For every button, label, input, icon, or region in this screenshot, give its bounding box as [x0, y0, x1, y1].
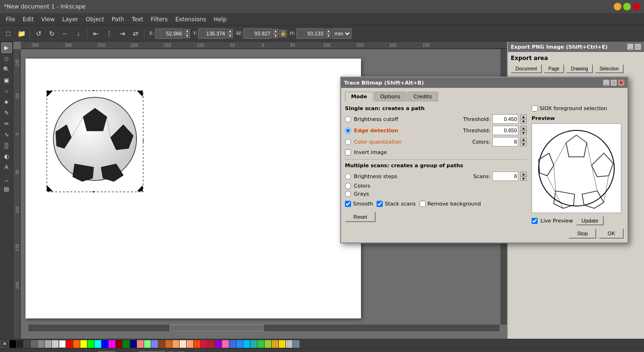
grays-radio[interactable]	[345, 191, 351, 197]
star-tool[interactable]: ★	[1, 97, 12, 107]
swatch-salmon[interactable]	[187, 340, 193, 348]
menu-extensions[interactable]: Extensions	[172, 15, 210, 24]
h-input[interactable]	[296, 28, 325, 39]
unit-select[interactable]: mm px in	[332, 28, 352, 39]
smooth-checkbox[interactable]	[345, 201, 351, 207]
lock-aspect-button[interactable]: 🔒	[279, 30, 287, 37]
swatch-magenta[interactable]	[109, 340, 115, 348]
swatch-yellow[interactable]	[80, 340, 87, 348]
w-up[interactable]: ▲	[273, 29, 278, 34]
w-input[interactable]	[243, 28, 272, 39]
menu-path[interactable]: Path	[108, 15, 128, 24]
swatch-gray1[interactable]	[24, 340, 30, 348]
swatch-limegreen[interactable]	[258, 340, 264, 348]
swatch-silver2[interactable]	[286, 340, 292, 348]
h-up[interactable]: ▲	[326, 29, 331, 34]
forward-button[interactable]: ↓	[72, 27, 85, 40]
update-button[interactable]: Update	[576, 216, 604, 225]
menu-layer[interactable]: Layer	[59, 15, 82, 24]
swatch-black[interactable]	[9, 340, 16, 348]
export-page-btn[interactable]: Page	[544, 64, 564, 73]
color-quant-radio[interactable]	[345, 139, 351, 145]
h-scrollbar[interactable]	[28, 325, 499, 331]
swatch-bisque[interactable]	[180, 340, 186, 348]
menu-text[interactable]: Text	[128, 15, 147, 24]
swatch-blue[interactable]	[102, 340, 108, 348]
swatch-yellowgreen[interactable]	[265, 340, 271, 348]
swatch-white[interactable]	[59, 340, 66, 348]
swatch-darkgray[interactable]	[17, 340, 23, 348]
trace-minimize[interactable]: _	[603, 79, 610, 86]
export-maximize[interactable]: □	[635, 43, 641, 50]
w-down[interactable]: ▼	[273, 34, 278, 38]
node-tool[interactable]: ◇	[1, 53, 12, 64]
open-button[interactable]: 📁	[15, 27, 27, 40]
swatch-cyan[interactable]	[94, 340, 101, 348]
edge-up[interactable]: ▲	[520, 126, 527, 130]
edge-radio[interactable]	[345, 128, 351, 134]
text-tool[interactable]: A	[1, 162, 12, 172]
h-down[interactable]: ▼	[326, 34, 331, 38]
swatch-lightblue[interactable]	[151, 340, 158, 348]
export-document-btn[interactable]: Document	[511, 64, 542, 73]
stack-scans-checkbox[interactable]	[377, 201, 383, 207]
align-center[interactable]: ⋮	[103, 27, 115, 40]
swatch-pink[interactable]	[137, 340, 144, 348]
colors-down[interactable]: ▼	[520, 142, 527, 146]
swatch-green[interactable]	[87, 340, 94, 348]
swatch-crimson[interactable]	[201, 340, 207, 348]
swatch-teal[interactable]	[250, 340, 257, 348]
align-left[interactable]: ⇤	[90, 27, 102, 40]
distribute[interactable]: ⇄	[129, 27, 142, 40]
tab-mode[interactable]: Mode	[345, 92, 373, 102]
export-minimize[interactable]: _	[627, 43, 634, 50]
menu-file[interactable]: File	[2, 15, 19, 24]
swatch-hotpink[interactable]	[222, 340, 229, 348]
align-right[interactable]: ⇥	[116, 27, 129, 40]
bucket-tool[interactable]: ▒	[1, 140, 12, 151]
brightness-down[interactable]: ▼	[520, 119, 527, 124]
menu-filters[interactable]: Filters	[147, 15, 172, 24]
close-button[interactable]	[633, 3, 640, 10]
scans-input[interactable]	[492, 172, 518, 181]
tab-options[interactable]: Options	[374, 92, 406, 102]
swatch-darkgreen[interactable]	[123, 340, 129, 348]
live-preview-checkbox[interactable]	[532, 218, 538, 224]
swatch-gray3[interactable]	[38, 340, 44, 348]
trace-maximize[interactable]: □	[610, 79, 617, 86]
back-button[interactable]: ←	[59, 27, 71, 40]
connector-tool[interactable]: ⎯	[1, 173, 12, 183]
undo-button[interactable]: ↺	[33, 27, 45, 40]
pen-tool[interactable]: ✏	[1, 119, 12, 129]
brightness-steps-radio[interactable]	[345, 173, 351, 180]
colors-input[interactable]	[492, 137, 518, 146]
dropper-tool[interactable]: ▤	[1, 184, 12, 194]
redo-button[interactable]: ↻	[46, 27, 58, 40]
edge-threshold-input[interactable]	[492, 126, 518, 135]
circle-tool[interactable]: ○	[1, 86, 12, 96]
swatch-brown[interactable]	[158, 340, 165, 348]
invert-checkbox[interactable]	[345, 149, 351, 155]
swatch-slategray[interactable]	[293, 340, 300, 348]
siox-checkbox[interactable]	[532, 105, 538, 112]
swatch-sandybrown[interactable]	[172, 340, 179, 348]
menu-view[interactable]: View	[37, 15, 58, 24]
x-up[interactable]: ▲	[184, 29, 190, 34]
swatch-orange[interactable]	[73, 340, 80, 348]
swatch-chocolate[interactable]	[165, 340, 172, 348]
x-input[interactable]	[155, 28, 183, 39]
trace-close[interactable]: ✕	[618, 79, 625, 86]
x-down[interactable]: ▼	[184, 34, 190, 38]
swatch-darkred[interactable]	[116, 340, 122, 348]
scans-up[interactable]: ▲	[520, 172, 527, 176]
reset-button[interactable]: Reset	[345, 212, 376, 222]
menu-object[interactable]: Object	[82, 15, 108, 24]
swatch-royalblue[interactable]	[229, 340, 236, 348]
calligraphy-tool[interactable]: ∿	[1, 129, 12, 140]
menu-edit[interactable]: Edit	[19, 15, 37, 24]
remove-bg-checkbox[interactable]	[420, 201, 426, 207]
edge-down[interactable]: ▼	[520, 130, 527, 135]
zoom-tool[interactable]: 🔍	[1, 64, 12, 75]
swatch-dodgerblue[interactable]	[236, 340, 243, 348]
no-color-swatch[interactable]: ✕	[0, 340, 9, 348]
